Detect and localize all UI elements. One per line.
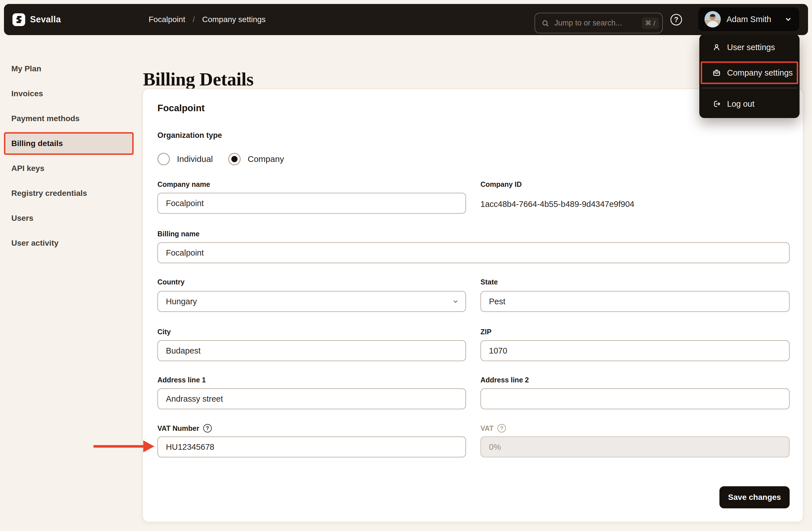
radio-label: Company — [248, 154, 284, 164]
company-id-label: Company ID — [480, 180, 789, 189]
zip-label: ZIP — [480, 328, 789, 336]
breadcrumb-separator: / — [192, 15, 195, 24]
user-dropdown-menu: User settings Company settings Log out — [699, 34, 799, 118]
billing-name-label: Billing name — [157, 230, 466, 238]
state-label: State — [480, 278, 789, 286]
menu-item-user-settings[interactable]: User settings — [699, 39, 799, 56]
vat-input — [480, 437, 789, 457]
brand-name: Sevalla — [30, 14, 61, 25]
organization-type-label: Organization type — [157, 131, 222, 140]
pixel-s-glyph — [15, 15, 23, 24]
city-label: City — [157, 328, 466, 336]
address-line-1-input[interactable] — [157, 388, 466, 409]
user-icon — [712, 43, 721, 51]
select-chevron-icon — [452, 298, 459, 305]
search-input[interactable] — [554, 18, 637, 28]
country-select[interactable]: Hungary — [157, 291, 466, 312]
organization-type-group: Individual Company — [157, 153, 284, 165]
menu-item-company-settings[interactable]: Company settings — [701, 61, 798, 84]
briefcase-icon — [712, 69, 721, 77]
menu-item-label: User settings — [727, 43, 775, 52]
logout-icon — [712, 100, 721, 108]
sidebar-item-payment-methods[interactable]: Payment methods — [0, 106, 142, 131]
country-label: Country — [157, 278, 466, 286]
company-name-label: Company name — [157, 180, 466, 189]
settings-sidebar: My Plan Invoices Payment methods Billing… — [0, 56, 142, 255]
address-line-2-input[interactable] — [480, 388, 789, 409]
menu-item-log-out[interactable]: Log out — [699, 95, 799, 112]
menu-item-label: Company settings — [727, 68, 793, 77]
radio-company[interactable] — [228, 153, 241, 165]
sidebar-item-api-keys[interactable]: API keys — [0, 156, 142, 181]
card-heading: Focalpoint — [157, 103, 205, 114]
vat-help-icon[interactable]: ? — [497, 424, 506, 432]
vat-number-help-icon[interactable]: ? — [203, 424, 212, 432]
breadcrumb: Focalpoint / Company settings — [149, 4, 265, 35]
menu-divider — [702, 88, 797, 88]
address-line-2-label: Address line 2 — [480, 376, 789, 384]
annotation-arrow — [93, 440, 154, 452]
billing-details-card: Focalpoint Organization type Individual … — [142, 89, 803, 522]
user-menu-trigger[interactable]: Adam Smith — [698, 8, 799, 31]
global-search[interactable]: ⌘ / — [535, 13, 663, 33]
sidebar-item-user-activity[interactable]: User activity — [0, 231, 142, 255]
sidebar-item-registry-credentials[interactable]: Registry credentials — [0, 181, 142, 206]
page-title: Billing Details — [143, 69, 253, 90]
city-input[interactable] — [157, 340, 466, 361]
chevron-down-icon — [784, 15, 793, 24]
sevalla-logo-icon — [13, 13, 25, 26]
radio-option-individual[interactable]: Individual — [157, 153, 213, 165]
radio-label: Individual — [177, 154, 213, 164]
state-input[interactable] — [480, 291, 789, 312]
brand[interactable]: Sevalla — [13, 4, 61, 35]
vat-number-input[interactable] — [157, 437, 466, 457]
radio-option-company[interactable]: Company — [228, 153, 284, 165]
sidebar-item-billing-details[interactable]: Billing details — [0, 131, 142, 156]
billing-name-input[interactable] — [157, 242, 789, 263]
avatar — [705, 11, 721, 28]
user-name: Adam Smith — [726, 15, 778, 24]
menu-item-label: Log out — [727, 99, 755, 109]
vat-number-label: VAT Number ? — [157, 424, 466, 432]
company-id-value: 1acc48b4-7664-4b55-b489-9d4347e9f904 — [480, 200, 634, 209]
sidebar-item-users[interactable]: Users — [0, 206, 142, 231]
breadcrumb-parent[interactable]: Focalpoint — [149, 15, 185, 24]
vat-label: VAT ? — [480, 424, 789, 432]
search-icon — [541, 19, 549, 27]
save-changes-button[interactable]: Save changes — [720, 486, 789, 508]
help-icon[interactable]: ? — [670, 14, 682, 26]
keyboard-shortcut-badge: ⌘ / — [642, 17, 659, 29]
top-header-bar: Sevalla Focalpoint / Company settings ⌘ … — [4, 4, 808, 35]
address-line-1-label: Address line 1 — [157, 376, 466, 384]
company-name-input[interactable] — [157, 193, 466, 214]
breadcrumb-current[interactable]: Company settings — [202, 15, 265, 24]
country-value: Hungary — [166, 297, 197, 306]
radio-individual[interactable] — [157, 153, 170, 165]
zip-input[interactable] — [480, 340, 789, 361]
sidebar-item-invoices[interactable]: Invoices — [0, 81, 142, 106]
sidebar-item-my-plan[interactable]: My Plan — [0, 56, 142, 81]
